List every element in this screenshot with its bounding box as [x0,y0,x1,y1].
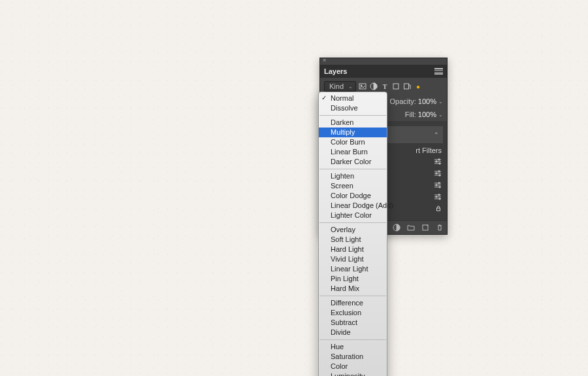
svg-rect-5 [393,84,399,89]
check-icon: ✓ [321,94,327,102]
separator [319,169,386,169]
svg-point-19 [436,173,437,174]
blend-mode-label: Divide [331,328,351,336]
separator [319,115,386,116]
blend-mode-label: Darker Color [331,158,371,165]
blend-mode-label: Hard Light [331,245,364,253]
separator [319,296,386,296]
blend-mode-option[interactable]: Screen [319,181,387,191]
blend-mode-option[interactable]: Linear Dodge (Add) [319,201,387,211]
fill-label: Fill: [405,111,416,118]
sliders-icon[interactable] [434,170,442,178]
chevron-down-icon[interactable]: ⌄ [438,112,443,118]
blend-mode-option[interactable]: Lighter Color [319,211,387,220]
panel-tabbar: Layers [320,65,447,78]
filter-smart-icon[interactable] [402,82,412,91]
svg-point-12 [438,159,440,160]
blend-mode-label: Exclusion [331,309,361,316]
svg-point-31 [436,196,437,197]
blend-mode-label: Saturation [331,352,363,360]
opacity-label: Opacity: [390,97,416,105]
blend-mode-label: Dissolve [331,104,358,112]
blend-mode-option[interactable]: Luminosity [319,371,387,376]
svg-point-32 [439,198,440,199]
blend-mode-option[interactable]: Pin Light [319,274,387,284]
blend-mode-label: Multiply [331,128,355,136]
opacity-value[interactable]: 100% [418,97,436,105]
svg-point-25 [436,184,437,186]
close-icon[interactable]: × [323,57,326,63]
chevron-down-icon: ⌄ [348,84,353,90]
separator [319,222,386,223]
blend-mode-label: Color Dodge [331,192,371,199]
blend-mode-option[interactable]: Lighten [319,171,387,181]
blend-mode-label: Difference [331,299,363,307]
svg-point-13 [436,161,437,162]
blend-mode-label: Lighten [331,172,354,180]
svg-rect-6 [404,84,409,89]
blend-mode-option[interactable]: Overlay [319,225,387,235]
adjustment-icon[interactable] [392,223,401,232]
blend-mode-label: Normal [331,94,353,102]
blend-mode-label: Luminosity [331,372,365,376]
chevron-expand-icon[interactable]: ⌃ [434,131,439,138]
svg-rect-33 [437,208,440,211]
blend-mode-label: Subtract [331,318,357,326]
blend-mode-label: Linear Burn [331,148,368,156]
kind-dropdown[interactable]: Kind ⌄ [324,81,356,92]
filter-type-icon[interactable]: T [380,82,389,91]
blend-mode-label: Color Burn [331,138,365,146]
blend-mode-option[interactable]: Subtract [319,318,387,328]
blend-mode-option[interactable]: Linear Burn [319,147,387,157]
blend-mode-label: Overlay [331,226,355,233]
blend-mode-option[interactable]: Hard Light [319,245,387,254]
filter-pixel-icon[interactable] [358,82,367,91]
blend-mode-label: Darken [331,118,353,126]
blend-mode-option[interactable]: Difference [319,298,387,308]
blend-mode-option[interactable]: Color [319,362,387,371]
panel-menu-icon[interactable] [434,68,443,75]
filter-shape-icon[interactable] [391,82,400,91]
svg-point-26 [439,186,440,188]
blend-mode-option[interactable]: Hue [319,342,387,352]
blend-mode-option[interactable]: Exclusion [319,308,387,318]
trash-icon[interactable] [435,223,444,232]
sliders-icon[interactable] [434,182,442,190]
svg-point-20 [439,175,440,176]
blend-mode-label: Screen [331,182,353,190]
new-layer-icon[interactable] [421,223,430,232]
blend-mode-option[interactable]: Color Dodge [319,191,387,201]
filter-color-icon[interactable]: ● [414,82,423,91]
blend-mode-option[interactable]: Dissolve [319,103,387,113]
sliders-icon[interactable] [434,158,442,166]
fill-value[interactable]: 100% [418,111,436,118]
blend-mode-label: Hue [331,343,344,350]
blend-mode-option[interactable]: Saturation [319,352,387,362]
chevron-down-icon[interactable]: ⌄ [438,99,443,105]
blend-mode-label: Soft Light [331,235,361,243]
blend-mode-option[interactable]: ✓Normal [319,94,387,103]
blend-mode-label: Lighter Color [331,211,372,219]
blend-mode-option[interactable]: Color Burn [319,137,387,147]
layers-tab[interactable]: Layers [324,67,347,75]
blend-mode-option[interactable]: Linear Light [319,264,387,274]
blend-mode-option[interactable]: Vivid Light [319,254,387,264]
blend-mode-label: Vivid Light [331,255,364,263]
filter-adjustment-icon[interactable] [369,82,378,91]
folder-icon[interactable] [406,223,416,232]
blend-mode-label: Color [331,362,348,370]
blend-mode-label: Hard Mix [331,284,359,292]
blend-mode-label: Pin Light [331,275,359,282]
blend-mode-option[interactable]: Soft Light [319,235,387,245]
blend-mode-option[interactable]: Divide [319,328,387,337]
sliders-icon[interactable] [434,194,442,201]
svg-point-18 [438,171,440,172]
svg-point-14 [439,163,440,164]
blend-mode-option[interactable]: Hard Mix [319,284,387,294]
blend-mode-option[interactable]: Multiply [319,128,387,137]
blend-mode-label: Linear Dodge (Add) [331,201,393,209]
svg-point-24 [438,182,440,184]
blend-mode-option[interactable]: Darken [319,118,387,128]
blend-mode-option[interactable]: Darker Color [319,157,387,167]
blend-mode-dropdown[interactable]: ✓NormalDissolveDarkenMultiplyColor BurnL… [318,92,387,376]
